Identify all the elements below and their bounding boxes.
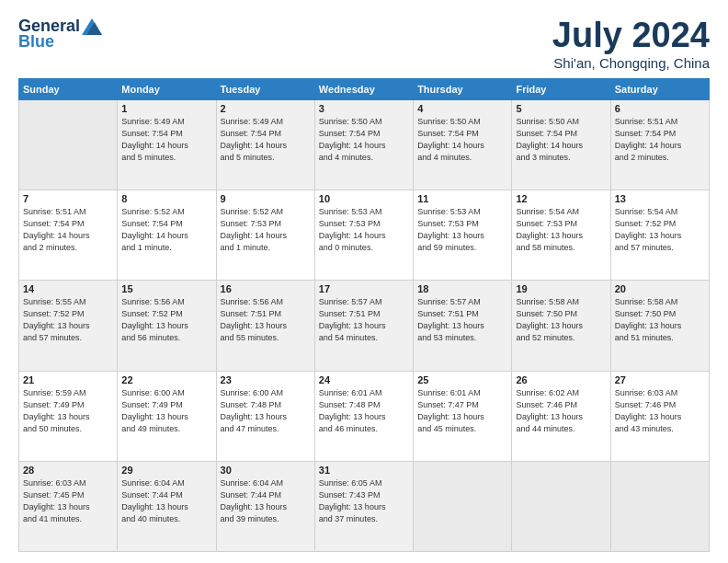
calendar-header-row: SundayMondayTuesdayWednesdayThursdayFrid… xyxy=(19,78,710,99)
day-number: 15 xyxy=(121,283,211,294)
day-info: Sunrise: 5:50 AM Sunset: 7:54 PM Dayligh… xyxy=(319,116,409,164)
title-location: Shi'an, Chongqing, China xyxy=(552,55,710,71)
calendar-cell: 28Sunrise: 6:03 AM Sunset: 7:45 PM Dayli… xyxy=(19,461,118,551)
calendar-cell: 16Sunrise: 5:56 AM Sunset: 7:51 PM Dayli… xyxy=(216,281,314,371)
day-info: Sunrise: 6:00 AM Sunset: 7:49 PM Dayligh… xyxy=(121,387,211,435)
day-info: Sunrise: 6:04 AM Sunset: 7:44 PM Dayligh… xyxy=(221,477,311,525)
day-info: Sunrise: 6:01 AM Sunset: 7:47 PM Dayligh… xyxy=(417,387,507,435)
calendar-cell: 11Sunrise: 5:53 AM Sunset: 7:53 PM Dayli… xyxy=(414,190,512,281)
day-number: 12 xyxy=(516,193,606,204)
calendar-cell: 26Sunrise: 6:02 AM Sunset: 7:46 PM Dayli… xyxy=(512,371,610,461)
calendar-cell: 6Sunrise: 5:51 AM Sunset: 7:54 PM Daylig… xyxy=(610,99,709,190)
day-info: Sunrise: 6:01 AM Sunset: 7:48 PM Dayligh… xyxy=(319,387,409,435)
header: General Blue July 2024 Shi'an, Chongqing… xyxy=(18,17,710,71)
day-info: Sunrise: 5:58 AM Sunset: 7:50 PM Dayligh… xyxy=(615,296,705,344)
day-info: Sunrise: 6:03 AM Sunset: 7:45 PM Dayligh… xyxy=(23,477,113,525)
logo-icon xyxy=(82,18,102,35)
day-info: Sunrise: 5:49 AM Sunset: 7:54 PM Dayligh… xyxy=(121,116,211,164)
calendar-cell xyxy=(610,461,709,551)
calendar-cell: 22Sunrise: 6:00 AM Sunset: 7:49 PM Dayli… xyxy=(118,371,216,461)
day-info: Sunrise: 5:57 AM Sunset: 7:51 PM Dayligh… xyxy=(319,296,409,344)
calendar-week-row: 28Sunrise: 6:03 AM Sunset: 7:45 PM Dayli… xyxy=(19,461,710,551)
day-info: Sunrise: 5:53 AM Sunset: 7:53 PM Dayligh… xyxy=(417,206,507,254)
day-number: 28 xyxy=(23,465,113,476)
calendar-cell xyxy=(19,99,118,190)
calendar-cell: 18Sunrise: 5:57 AM Sunset: 7:51 PM Dayli… xyxy=(414,281,512,371)
day-info: Sunrise: 5:53 AM Sunset: 7:53 PM Dayligh… xyxy=(319,206,409,254)
day-number: 29 xyxy=(121,465,211,476)
calendar-cell: 8Sunrise: 5:52 AM Sunset: 7:54 PM Daylig… xyxy=(118,190,216,281)
day-number: 13 xyxy=(615,193,705,204)
title-block: July 2024 Shi'an, Chongqing, China xyxy=(552,17,710,71)
day-number: 23 xyxy=(221,374,311,385)
day-info: Sunrise: 5:58 AM Sunset: 7:50 PM Dayligh… xyxy=(516,296,606,344)
logo-blue-text: Blue xyxy=(18,32,54,52)
calendar-week-row: 1Sunrise: 5:49 AM Sunset: 7:54 PM Daylig… xyxy=(19,99,710,190)
day-number: 18 xyxy=(417,283,507,294)
day-number: 8 xyxy=(121,193,211,204)
weekday-header: Sunday xyxy=(19,78,118,99)
weekday-header: Friday xyxy=(512,78,610,99)
calendar-week-row: 7Sunrise: 5:51 AM Sunset: 7:54 PM Daylig… xyxy=(19,190,710,281)
day-number: 16 xyxy=(221,283,311,294)
calendar-cell xyxy=(512,461,610,551)
day-number: 11 xyxy=(417,193,507,204)
day-info: Sunrise: 5:52 AM Sunset: 7:54 PM Dayligh… xyxy=(121,206,211,254)
day-info: Sunrise: 6:02 AM Sunset: 7:46 PM Dayligh… xyxy=(516,387,606,435)
day-number: 14 xyxy=(23,283,113,294)
day-number: 4 xyxy=(417,103,507,114)
calendar-cell: 9Sunrise: 5:52 AM Sunset: 7:53 PM Daylig… xyxy=(216,190,314,281)
calendar-cell: 17Sunrise: 5:57 AM Sunset: 7:51 PM Dayli… xyxy=(314,281,413,371)
weekday-header: Wednesday xyxy=(314,78,413,99)
calendar-cell: 3Sunrise: 5:50 AM Sunset: 7:54 PM Daylig… xyxy=(314,99,413,190)
day-info: Sunrise: 5:56 AM Sunset: 7:51 PM Dayligh… xyxy=(221,296,311,344)
calendar-cell: 5Sunrise: 5:50 AM Sunset: 7:54 PM Daylig… xyxy=(512,99,610,190)
day-number: 21 xyxy=(23,374,113,385)
day-info: Sunrise: 5:51 AM Sunset: 7:54 PM Dayligh… xyxy=(615,116,705,164)
weekday-header: Tuesday xyxy=(216,78,314,99)
day-info: Sunrise: 6:00 AM Sunset: 7:48 PM Dayligh… xyxy=(221,387,311,435)
calendar-cell: 23Sunrise: 6:00 AM Sunset: 7:48 PM Dayli… xyxy=(216,371,314,461)
calendar-cell: 25Sunrise: 6:01 AM Sunset: 7:47 PM Dayli… xyxy=(414,371,512,461)
day-info: Sunrise: 6:03 AM Sunset: 7:46 PM Dayligh… xyxy=(615,387,705,435)
calendar-cell: 14Sunrise: 5:55 AM Sunset: 7:52 PM Dayli… xyxy=(19,281,118,371)
day-number: 26 xyxy=(516,374,606,385)
day-info: Sunrise: 5:56 AM Sunset: 7:52 PM Dayligh… xyxy=(121,296,211,344)
day-info: Sunrise: 5:57 AM Sunset: 7:51 PM Dayligh… xyxy=(417,296,507,344)
day-info: Sunrise: 5:50 AM Sunset: 7:54 PM Dayligh… xyxy=(516,116,606,164)
calendar: SundayMondayTuesdayWednesdayThursdayFrid… xyxy=(18,78,710,552)
day-number: 6 xyxy=(615,103,705,114)
day-info: Sunrise: 5:52 AM Sunset: 7:53 PM Dayligh… xyxy=(221,206,311,254)
day-number: 19 xyxy=(516,283,606,294)
day-number: 20 xyxy=(615,283,705,294)
calendar-cell: 13Sunrise: 5:54 AM Sunset: 7:52 PM Dayli… xyxy=(610,190,709,281)
day-number: 5 xyxy=(516,103,606,114)
calendar-cell: 7Sunrise: 5:51 AM Sunset: 7:54 PM Daylig… xyxy=(19,190,118,281)
calendar-cell: 29Sunrise: 6:04 AM Sunset: 7:44 PM Dayli… xyxy=(118,461,216,551)
weekday-header: Saturday xyxy=(610,78,709,99)
day-number: 3 xyxy=(319,103,409,114)
calendar-cell: 31Sunrise: 6:05 AM Sunset: 7:43 PM Dayli… xyxy=(314,461,413,551)
calendar-cell: 24Sunrise: 6:01 AM Sunset: 7:48 PM Dayli… xyxy=(314,371,413,461)
day-number: 9 xyxy=(221,193,311,204)
calendar-cell: 19Sunrise: 5:58 AM Sunset: 7:50 PM Dayli… xyxy=(512,281,610,371)
day-number: 7 xyxy=(23,193,113,204)
calendar-cell: 21Sunrise: 5:59 AM Sunset: 7:49 PM Dayli… xyxy=(19,371,118,461)
calendar-cell: 15Sunrise: 5:56 AM Sunset: 7:52 PM Dayli… xyxy=(118,281,216,371)
day-number: 22 xyxy=(121,374,211,385)
day-info: Sunrise: 5:49 AM Sunset: 7:54 PM Dayligh… xyxy=(221,116,311,164)
calendar-cell: 20Sunrise: 5:58 AM Sunset: 7:50 PM Dayli… xyxy=(610,281,709,371)
day-info: Sunrise: 5:55 AM Sunset: 7:52 PM Dayligh… xyxy=(23,296,113,344)
day-number: 17 xyxy=(319,283,409,294)
calendar-cell: 10Sunrise: 5:53 AM Sunset: 7:53 PM Dayli… xyxy=(314,190,413,281)
day-number: 1 xyxy=(121,103,211,114)
calendar-cell: 2Sunrise: 5:49 AM Sunset: 7:54 PM Daylig… xyxy=(216,99,314,190)
day-number: 30 xyxy=(221,465,311,476)
calendar-cell: 1Sunrise: 5:49 AM Sunset: 7:54 PM Daylig… xyxy=(118,99,216,190)
weekday-header: Thursday xyxy=(414,78,512,99)
title-month: July 2024 xyxy=(552,17,710,55)
calendar-cell: 27Sunrise: 6:03 AM Sunset: 7:46 PM Dayli… xyxy=(610,371,709,461)
day-info: Sunrise: 5:54 AM Sunset: 7:53 PM Dayligh… xyxy=(516,206,606,254)
day-info: Sunrise: 5:50 AM Sunset: 7:54 PM Dayligh… xyxy=(417,116,507,164)
calendar-cell: 12Sunrise: 5:54 AM Sunset: 7:53 PM Dayli… xyxy=(512,190,610,281)
